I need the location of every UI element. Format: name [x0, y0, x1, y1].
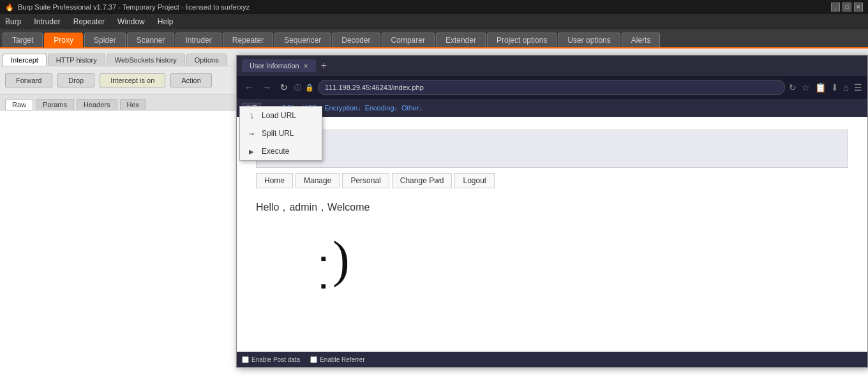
nav-icons: ↻ ☆ 📋 ⬇ ⌂ ☰ [789, 82, 862, 93]
main-tab-bar: Target Proxy Spider Scanner Intruder Rep… [0, 29, 868, 49]
url-input-area[interactable] [256, 130, 848, 168]
tab-user-options[interactable]: User options [558, 33, 620, 47]
burp-content: Intercept HTTP history WebSockets histor… [0, 49, 868, 390]
forward-button[interactable]: Forward [5, 73, 52, 87]
browser-back-button[interactable]: ← [242, 81, 256, 94]
welcome-text: Hello，admin，Welcome [256, 201, 848, 214]
tab-project-options[interactable]: Project options [487, 33, 557, 47]
enable-post-data-checkbox[interactable] [242, 356, 249, 363]
browser-new-tab-button[interactable]: + [321, 60, 327, 71]
req-tab-raw[interactable]: Raw [5, 99, 33, 110]
page-nav: Home Manage Personal Change Pwd Logout [256, 173, 848, 188]
browser-window: User Infomation ✕ + ← → ↻ ⓘ 🔒 ↻ ☆ 📋 ⬇ ⌂ [236, 55, 868, 368]
proxy-tab-websockets[interactable]: WebSockets history [107, 54, 185, 66]
action-button[interactable]: Action [170, 73, 212, 87]
load-url-label: Load URL [262, 111, 296, 120]
browser-forward-button[interactable]: → [260, 81, 274, 94]
tab-repeater[interactable]: Repeater [223, 33, 273, 47]
smiley-face: ■ ) ■ [288, 234, 848, 294]
browser-nav-bar: ← → ↻ ⓘ 🔒 ↻ ☆ 📋 ⬇ ⌂ ☰ [237, 76, 867, 99]
browser-bookmark-icon[interactable]: ☆ [802, 82, 810, 93]
intercept-on-button[interactable]: Intercept is on [100, 73, 165, 87]
tab-intruder[interactable]: Intruder [176, 33, 221, 47]
address-bar[interactable] [318, 80, 785, 95]
proxy-tab-intercept[interactable]: Intercept [3, 54, 47, 66]
page-nav-change-pwd[interactable]: Change Pwd [392, 173, 453, 188]
page-nav-home[interactable]: Home [256, 173, 293, 188]
browser-clipboard-icon[interactable]: 📋 [815, 82, 826, 93]
toolbar-encoding[interactable]: Encoding↓ [365, 104, 398, 112]
split-url-icon: ⊸ [246, 128, 257, 139]
req-tab-hex[interactable]: Hex [120, 99, 147, 110]
toolbar-encryption[interactable]: Encryption↓ [324, 104, 361, 112]
tab-target[interactable]: Target [3, 33, 43, 47]
split-url-label: Split URL [262, 129, 294, 138]
browser-tab-title: User Infomation [250, 62, 299, 70]
tab-alerts[interactable]: Alerts [622, 33, 661, 47]
enable-referrer-checkbox[interactable] [310, 356, 317, 363]
minimize-button[interactable]: _ [831, 3, 840, 11]
browser-home-icon[interactable]: ⌂ [844, 82, 849, 93]
page-nav-logout[interactable]: Logout [454, 173, 495, 188]
info-icon: ⓘ [294, 83, 301, 93]
menu-bar: Burp Intruder Repeater Window Help [0, 14, 868, 29]
enable-referrer-label: Enable Referrer [320, 356, 365, 363]
enable-post-data-check[interactable]: Enable Post data [242, 356, 300, 363]
context-menu: ⤵ Load URL ⊸ Split URL ▶ Execute [239, 106, 322, 161]
browser-reload-button[interactable]: ↻ [278, 81, 290, 94]
menu-window[interactable]: Window [115, 16, 147, 27]
drop-button[interactable]: Drop [57, 73, 94, 87]
toolbar-other[interactable]: Other↓ [401, 104, 423, 112]
lock-icon: 🔒 [305, 84, 314, 92]
load-url-icon: ⤵ [246, 110, 257, 121]
browser-tab-bar: User Infomation ✕ + [237, 56, 867, 76]
req-tab-params[interactable]: Params [36, 99, 74, 110]
proxy-tab-http-history[interactable]: HTTP history [48, 54, 105, 66]
req-tab-headers[interactable]: Headers [77, 99, 117, 110]
tab-comparer[interactable]: Comparer [382, 33, 435, 47]
tab-spider[interactable]: Spider [84, 33, 126, 47]
maximize-button[interactable]: □ [842, 3, 851, 11]
tab-sequencer[interactable]: Sequencer [274, 33, 331, 47]
browser-page: Home Manage Personal Change Pwd Logout H… [237, 117, 867, 352]
execute-icon: ▶ [246, 146, 257, 156]
menu-help[interactable]: Help [155, 16, 176, 27]
browser-menu-icon[interactable]: ☰ [854, 82, 862, 93]
title-bar: 🔥 Burp Suite Professional v1.7.37 - Temp… [0, 0, 868, 14]
tab-extender[interactable]: Extender [436, 33, 486, 47]
tab-scanner[interactable]: Scanner [127, 33, 175, 47]
context-menu-load-url[interactable]: ⤵ Load URL [240, 107, 322, 124]
page-nav-manage[interactable]: Manage [296, 173, 340, 188]
enable-post-data-label: Enable Post data [251, 356, 300, 363]
browser-download-icon[interactable]: ⬇ [831, 82, 839, 93]
tab-decoder[interactable]: Decoder [332, 33, 380, 47]
browser-toolbar: INT + + SQL↓ XSS↓ Encryption↓ Encoding↓ … [237, 99, 867, 117]
enable-referrer-check[interactable]: Enable Referrer [310, 356, 365, 363]
browser-content: Home Manage Personal Change Pwd Logout H… [237, 117, 867, 352]
window-title: Burp Suite Professional v1.7.37 - Tempor… [18, 3, 250, 11]
window-controls: _ □ ✕ [831, 3, 863, 11]
browser-reload-icon[interactable]: ↻ [789, 82, 797, 93]
browser-tab-close-icon[interactable]: ✕ [303, 63, 308, 70]
close-button[interactable]: ✕ [854, 3, 863, 11]
context-menu-execute[interactable]: ▶ Execute [240, 142, 322, 160]
page-nav-personal[interactable]: Personal [342, 173, 389, 188]
browser-bottom-bar: Enable Post data Enable Referrer [237, 352, 867, 367]
browser-tab-user-info[interactable]: User Infomation ✕ [242, 59, 316, 72]
execute-label: Execute [262, 147, 289, 156]
context-menu-split-url[interactable]: ⊸ Split URL [240, 124, 322, 142]
menu-repeater[interactable]: Repeater [71, 16, 107, 27]
proxy-tab-options[interactable]: Options [186, 54, 227, 66]
menu-burp[interactable]: Burp [3, 16, 24, 27]
app-icon: 🔥 [5, 3, 14, 11]
menu-intruder[interactable]: Intruder [31, 16, 63, 27]
tab-proxy[interactable]: Proxy [44, 33, 83, 47]
